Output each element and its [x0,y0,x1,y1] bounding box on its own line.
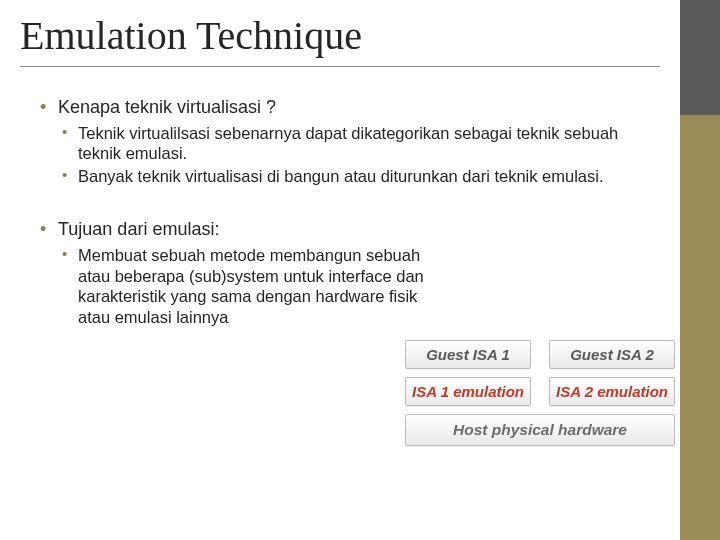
diagram-box-guest-isa-2: Guest ISA 2 [549,340,675,369]
section1-heading: Kenapa teknik virtualisasi ? [58,97,276,117]
bullet-level2: Membuat sebuah metode membangun sebuah a… [40,245,428,328]
side-accent-stripe [680,0,720,540]
bullet-level2: Teknik virtualilsasi sebenarnya dapat di… [40,123,660,164]
section2-heading: Tujuan dari emulasi: [58,219,219,239]
bullet-level1: Tujuan dari emulasi: [40,218,660,241]
slide-title: Emulation Technique [20,12,362,59]
section1-item-0: Teknik virtualilsasi sebenarnya dapat di… [78,124,618,163]
diagram-box-isa-1-emulation: ISA 1 emulation [405,377,531,406]
diagram-box-isa-2-emulation: ISA 2 emulation [549,377,675,406]
section1-item-1: Banyak teknik virtualisasi di bangun ata… [78,167,604,185]
title-underline [20,66,660,67]
diagram-box-host-hardware: Host physical hardware [405,414,675,446]
bullet-level1: Kenapa teknik virtualisasi ? [40,96,660,119]
isa-emulation-diagram: Guest ISA 1 Guest ISA 2 ISA 1 emulation … [405,340,675,446]
diagram-box-guest-isa-1: Guest ISA 1 [405,340,531,369]
bullet-level2: Banyak teknik virtualisasi di bangun ata… [40,166,660,187]
slide-body: Kenapa teknik virtualisasi ? Teknik virt… [40,96,660,339]
section2-item-0: Membuat sebuah metode membangun sebuah a… [78,246,424,326]
